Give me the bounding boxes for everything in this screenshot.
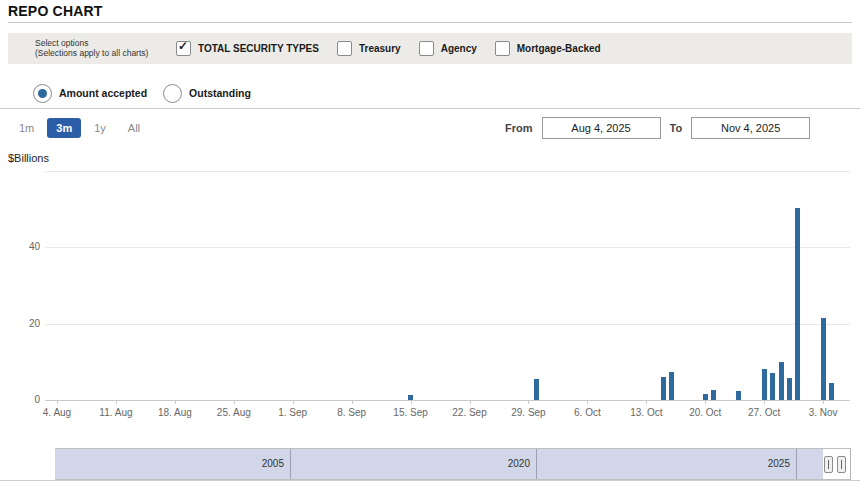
x-axis-tick (411, 400, 412, 404)
x-axis-line (45, 400, 850, 401)
gridline-20 (45, 324, 850, 325)
bar-oct-27-2025[interactable] (762, 369, 767, 400)
chart-navigator[interactable]: 200520202025 (55, 448, 851, 480)
bar-oct-30-2025[interactable] (787, 378, 792, 400)
x-axis-tick-label: 6. Oct (555, 407, 619, 418)
x-axis-tick (764, 400, 765, 404)
bar-sep-30-2025[interactable] (534, 379, 539, 400)
bar-oct-16-2025[interactable] (669, 372, 674, 400)
x-axis-tick-label: 3. Nov (791, 407, 855, 418)
x-axis-tick (175, 400, 176, 404)
x-axis-tick (528, 400, 529, 404)
y-axis-tick-label: 0 (2, 394, 40, 405)
x-axis-tick (234, 400, 235, 404)
x-axis-tick-label: 4. Aug (25, 407, 89, 418)
x-axis-tick-label: 11. Aug (84, 407, 148, 418)
gridline-40 (45, 247, 850, 248)
gridline-60 (45, 171, 850, 172)
x-axis-tick (293, 400, 294, 404)
navigator-year-label: 2020 (470, 458, 530, 469)
x-axis-tick (470, 400, 471, 404)
navigator-left-handle[interactable] (824, 456, 833, 473)
x-axis-tick-label: 25. Aug (202, 407, 266, 418)
bar-oct-31-2025[interactable] (795, 208, 800, 400)
bar-chart-plot-area: 020404. Aug11. Aug18. Aug25. Aug1. Sep8.… (0, 0, 860, 487)
y-axis-tick-label: 40 (2, 241, 40, 252)
x-axis-tick (587, 400, 588, 404)
bar-nov-3-2025[interactable] (821, 318, 826, 400)
x-axis-tick (705, 400, 706, 404)
navigator-year-label: 2005 (224, 458, 284, 469)
x-axis-tick (116, 400, 117, 404)
navigator-mask[interactable] (55, 449, 823, 479)
navigator-year-divider (796, 449, 797, 479)
bar-oct-29-2025[interactable] (779, 362, 784, 400)
bar-oct-15-2025[interactable] (661, 377, 666, 400)
y-axis-tick-label: 20 (2, 318, 40, 329)
x-axis-tick-label: 15. Sep (379, 407, 443, 418)
x-axis-tick-label: 27. Oct (732, 407, 796, 418)
bar-oct-24-2025[interactable] (736, 391, 741, 400)
bar-oct-28-2025[interactable] (770, 373, 775, 400)
x-axis-tick (352, 400, 353, 404)
x-axis-tick-label: 20. Oct (673, 407, 737, 418)
x-axis-tick-label: 29. Sep (496, 407, 560, 418)
navigator-year-label: 2025 (730, 458, 790, 469)
repo-chart-page: REPO CHART Select options (Selections ap… (0, 0, 860, 487)
x-axis-tick-label: 13. Oct (614, 407, 678, 418)
bar-oct-21-2025[interactable] (711, 390, 716, 400)
x-axis-tick-label: 8. Sep (320, 407, 384, 418)
x-axis-tick-label: 1. Sep (261, 407, 325, 418)
x-axis-tick (57, 400, 58, 404)
bar-sep-15-2025[interactable] (408, 395, 413, 400)
navigator-bottom-line (0, 480, 860, 481)
navigator-right-handle[interactable] (837, 456, 846, 473)
x-axis-tick-label: 18. Aug (143, 407, 207, 418)
navigator-year-divider (536, 449, 537, 479)
bar-nov-4-2025[interactable] (829, 383, 834, 400)
navigator-year-divider (290, 449, 291, 479)
x-axis-tick (823, 400, 824, 404)
x-axis-tick (646, 400, 647, 404)
bar-oct-20-2025[interactable] (703, 394, 708, 400)
x-axis-tick-label: 22. Sep (438, 407, 502, 418)
